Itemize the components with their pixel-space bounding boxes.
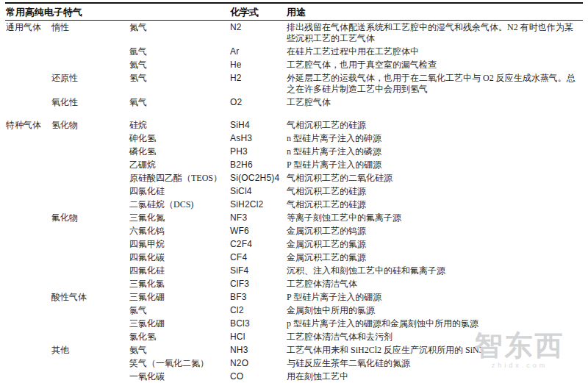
column-header-use: 用途	[286, 3, 583, 21]
cell-gas-name: 四氟化碳	[129, 251, 229, 264]
cell-formula: N2O	[229, 357, 286, 370]
table-row: 笑气（一氧化二氮） N2O 与硅反应生茶年二氧化硅的氮源	[5, 357, 583, 370]
cell-subcategory	[51, 264, 129, 277]
cell-gas-name: 四氟甲烷	[129, 237, 229, 251]
table-row: 特种气体 氢化物 硅烷 SiH4 气相沉积工艺的硅源	[5, 109, 583, 132]
table-row: 砷化氢 AsH3 n 型硅片离子注入的砷源	[5, 132, 583, 145]
cell-formula: SiCl4	[229, 185, 286, 198]
column-header-formula: 化学式	[229, 3, 286, 21]
cell-formula: ClF3	[229, 277, 286, 290]
cell-subcategory	[51, 357, 129, 370]
table-row: 氟化物 三氟化氮 NF3 等离子刻蚀工艺中的氟离子源	[5, 211, 583, 224]
cell-gas-name: 六氟化钨	[129, 224, 229, 237]
cell-use: 金属沉积工艺的氟源	[286, 251, 583, 264]
cell-gas-name: 氮气	[129, 21, 229, 46]
cell-gas-name: 乙硼烷	[129, 158, 229, 171]
cell-formula: O2	[229, 96, 286, 109]
cell-category	[5, 304, 51, 317]
cell-gas-name: 四氟化硅	[129, 264, 229, 277]
cell-use: 工艺腔气体	[286, 96, 583, 109]
cell-category	[5, 330, 51, 343]
cell-category: 特种气体	[5, 109, 51, 132]
table-row: 其他 氨气 NH3 工艺气体用来和 SiH2Cl2 反应生产沉积所用的 SiN3	[5, 343, 583, 357]
table-row: 六氟化钨 WF6 金属沉积工艺的钨源	[5, 224, 583, 237]
cell-formula: He	[229, 58, 286, 71]
cell-category	[5, 277, 51, 290]
cell-use: 工艺腔气体，也用于真空室的漏气检查	[286, 58, 583, 71]
cell-use: 工艺腔体清洁气体	[286, 277, 583, 290]
table-row: 还原性 氢气 H2 外延层工艺的运载气体，也用于在二氧化工艺中与 O2 反应生成…	[5, 71, 583, 96]
cell-use: 金属沉积工艺的钨源	[286, 224, 583, 237]
cell-subcategory: 氟化物	[51, 211, 129, 224]
cell-subcategory: 氢化物	[51, 109, 129, 132]
cell-category	[5, 145, 51, 158]
cell-subcategory	[51, 317, 129, 330]
cell-category	[5, 171, 51, 185]
cell-category	[5, 58, 51, 71]
cell-subcategory	[51, 58, 129, 71]
cell-formula: NF3	[229, 211, 286, 224]
cell-formula: WF6	[229, 224, 286, 237]
cell-category	[5, 96, 51, 109]
cell-use: 气相沉积工艺的硅源	[286, 109, 583, 132]
cell-formula: CO	[229, 370, 286, 383]
cell-formula: B2H6	[229, 158, 286, 171]
cell-gas-name: 笑气（一氧化二氮）	[129, 357, 229, 370]
table-row: 氩气 Ar 在硅片工艺过程中用在工艺腔体中	[5, 45, 583, 58]
cell-formula: Cl2	[229, 304, 286, 317]
cell-formula: AsH3	[229, 132, 286, 145]
cell-gas-name: 一氧化碳	[129, 370, 229, 383]
cell-subcategory	[51, 237, 129, 251]
cell-subcategory	[51, 198, 129, 211]
cell-use: 与硅反应生茶年二氧化硅的氮源	[286, 357, 583, 370]
cell-gas-name: 氢气	[129, 71, 229, 96]
cell-subcategory	[51, 224, 129, 237]
cell-gas-name: 氯气	[129, 304, 229, 317]
table-row: 四氯化硅 SiCl4 气相沉积工艺的硅源	[5, 185, 583, 198]
cell-formula: BF3	[229, 290, 286, 304]
cell-subcategory	[51, 370, 129, 383]
table-row: 乙硼烷 B2H6 P 型硅片离子注入的硼源	[5, 158, 583, 171]
cell-formula: Si(OC2H5)4	[229, 171, 286, 185]
cell-category	[5, 290, 51, 304]
cell-category	[5, 370, 51, 383]
table-row: 通用气体 惰性 氮气 N2 排出残留在气体配送系统和工艺腔中的湿气和残余气体。N…	[5, 21, 583, 46]
table-row: 磷化氢 PH3 n 型硅片离子注入的磷源	[5, 145, 583, 158]
cell-gas-name: 三氯化硼	[129, 317, 229, 330]
cell-subcategory	[51, 45, 129, 58]
cell-gas-name: 三氟化氮	[129, 211, 229, 224]
cell-subcategory	[51, 145, 129, 158]
table-row: 二氯硅烷（DCS) SiH2Cl2 气相沉积工艺的硅源	[5, 198, 583, 211]
table-title: 常用高纯电子特气	[5, 3, 229, 21]
cell-gas-name: 原硅酸四乙酯（TEOS）	[129, 171, 229, 185]
cell-use: 工艺气体用来和 SiH2Cl2 反应生产沉积所用的 SiN3	[286, 343, 583, 357]
cell-subcategory: 惰性	[51, 21, 129, 46]
cell-formula: H2	[229, 71, 286, 96]
cell-use: 气相沉积工艺的二氧化硅源	[286, 171, 583, 185]
table-header-row: 常用高纯电子特气 化学式 用途	[5, 3, 583, 21]
cell-formula: NH3	[229, 343, 286, 357]
cell-category	[5, 211, 51, 224]
table-row: 三氟化氯 ClF3 工艺腔体清洁气体	[5, 277, 583, 290]
cell-formula: BCl3	[229, 317, 286, 330]
cell-formula: N2	[229, 21, 286, 46]
table-row: 氧化性 氧气 O2 工艺腔气体	[5, 96, 583, 109]
cell-category	[5, 264, 51, 277]
report-table-page: 常用高纯电子特气 化学式 用途 通用气体 惰性 氮气 N2 排出残留在气体配送系…	[0, 0, 588, 383]
cell-category	[5, 158, 51, 171]
table-row: 原硅酸四乙酯（TEOS） Si(OC2H5)4 气相沉积工艺的二氧化硅源	[5, 171, 583, 185]
cell-gas-name: 氩气	[129, 45, 229, 58]
cell-formula: CF4	[229, 251, 286, 264]
cell-category	[5, 317, 51, 330]
cell-subcategory	[51, 304, 129, 317]
cell-use: 外延层工艺的运载气体，也用于在二氧化工艺中与 O2 反应生成水蒸气。总之在许多硅…	[286, 71, 583, 96]
cell-subcategory: 酸性气体	[51, 290, 129, 304]
cell-use: 气相沉积工艺的硅源	[286, 198, 583, 211]
cell-gas-name: 二氯硅烷（DCS)	[129, 198, 229, 211]
cell-use: 气相沉积工艺的硅源	[286, 185, 583, 198]
cell-gas-name: 三氟化氯	[129, 277, 229, 290]
cell-gas-name: 硅烷	[129, 109, 229, 132]
cell-subcategory: 氧化性	[51, 96, 129, 109]
cell-category	[5, 251, 51, 264]
cell-use: 等离子刻蚀工艺中的氟离子源	[286, 211, 583, 224]
